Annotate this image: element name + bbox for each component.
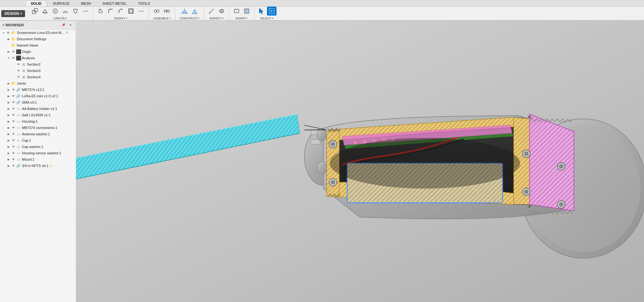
create-loft-btn[interactable] — [71, 7, 80, 16]
housing-visibility-icon[interactable]: 👁 — [11, 119, 16, 124]
root-settings-icon[interactable]: ⚙ — [66, 31, 68, 34]
tree-item-antenna-washer[interactable]: ▶ 👁 ▭ Antenna washer:1 — [0, 131, 76, 137]
root-expand-icon: ▾ — [1, 30, 6, 35]
inspect-interference-btn[interactable] — [217, 7, 226, 16]
insert-icons — [232, 7, 251, 16]
design-button[interactable]: DESIGN ▾ — [1, 10, 25, 17]
cap-visibility-icon[interactable]: 👁 — [11, 138, 16, 143]
create-revolve-btn[interactable] — [50, 7, 60, 16]
tree-root-item[interactable]: ▾ 👁 📁 Snowmonior-Lora-E5-mini-M... ⚙ — [0, 29, 76, 36]
inspect-dropdown-btn[interactable]: INSPECT ▾ — [208, 16, 226, 21]
tree-item-aa-battery[interactable]: ▶ 👁 ▭ AA Battery Holder v1:1 — [0, 106, 76, 112]
mb7374-conn-expand-icon: ▶ — [6, 125, 11, 130]
modify-shell-btn[interactable] — [126, 7, 136, 16]
create-more-btn[interactable] — [81, 7, 90, 16]
analysis-visibility-icon[interactable]: 👁 — [11, 55, 16, 61]
svg-rect-76 — [311, 139, 320, 144]
svg-point-72 — [559, 164, 563, 168]
select-cursor-btn[interactable] — [257, 7, 266, 16]
origin-label: Origin — [22, 50, 31, 54]
antenna-washer-icon: ▭ — [16, 132, 21, 137]
tree-item-analysis[interactable]: ▾ 👁 ⬛ Analysis — [0, 55, 76, 61]
assemble-dropdown-btn[interactable]: ASSEMBLE ▾ — [151, 16, 172, 21]
tab-mesh[interactable]: MESH — [75, 0, 96, 6]
tree-item-origin[interactable]: ▶ 👁 ⬛ Origin — [0, 48, 76, 55]
tab-sheet-metal[interactable]: SHEET METAL — [97, 0, 132, 6]
modify-more-btn[interactable] — [136, 7, 146, 16]
section3-visibility-icon[interactable]: 👁 — [16, 68, 21, 73]
browser-header: « BROWSER 📌 ✕ — [0, 21, 76, 29]
antenna-washer-visibility-icon[interactable]: 👁 — [11, 132, 16, 137]
mb7374-conn-visibility-icon[interactable]: 👁 — [11, 125, 16, 130]
construct-axis-btn[interactable] — [190, 7, 199, 16]
svg-point-10 — [85, 10, 86, 11]
cap-washer-visibility-icon[interactable]: 👁 — [11, 144, 16, 149]
browser-close-btn[interactable]: ✕ — [68, 22, 73, 28]
assemble-rigid-btn[interactable] — [162, 7, 172, 16]
create-sweep-btn[interactable] — [61, 7, 70, 16]
insert-dropdown-btn[interactable]: INSERT ▾ — [234, 16, 250, 21]
tree-item-section2[interactable]: ▶ 👁 ⊞ Section2 — [0, 61, 76, 67]
sma-visibility-icon[interactable]: 👁 — [11, 100, 16, 105]
tab-solid[interactable]: SOLID — [25, 0, 47, 6]
svg-point-15 — [139, 10, 140, 11]
tree-item-lora[interactable]: ▶ 👁 🔗 LoRa-E5 mini v1.0 v2:1 — [0, 93, 76, 99]
section4-visibility-icon[interactable]: 👁 — [16, 74, 21, 80]
select-label: SELECT ▾ — [258, 16, 275, 21]
modify-fillet-btn[interactable] — [106, 7, 115, 16]
create-new-component-btn[interactable] — [30, 7, 40, 16]
saft-visibility-icon[interactable]: 👁 — [11, 112, 16, 118]
npts-visibility-icon[interactable]: 👁 — [11, 163, 16, 168]
tree-item-section3[interactable]: ▶ 👁 ⊞ Section3 — [0, 67, 76, 74]
construct-plane-btn[interactable] — [180, 7, 189, 16]
tree-item-cap[interactable]: ▶ 👁 ▭ Cap:1 — [0, 137, 76, 144]
tree-item-cap-washer[interactable]: ▶ 👁 ▭ Cap washer:1 — [0, 144, 76, 150]
double-arrow-icon: « — [3, 23, 4, 27]
tree-item-saft[interactable]: ▶ 👁 ▭ Saft LS14500 v1:1 — [0, 112, 76, 118]
select-dropdown-btn[interactable]: SELECT ▾ — [258, 16, 275, 21]
housing-sensor-visibility-icon[interactable]: 👁 — [11, 151, 16, 156]
mount-visibility-icon[interactable]: 👁 — [11, 157, 16, 162]
tree-item-mount[interactable]: ▶ 👁 ▭ Mount:1 — [0, 156, 76, 163]
create-extrude-btn[interactable] — [40, 7, 50, 16]
toolbar-group-modify: MODIFY ▾ — [93, 7, 149, 20]
tree-item-doc-settings[interactable]: ▶ 📁 Document Settings — [0, 36, 76, 42]
svg-rect-21 — [164, 10, 166, 12]
svg-rect-22 — [167, 10, 169, 12]
chevron-down-icon: ▾ — [20, 12, 22, 15]
tab-tools[interactable]: TOOLS — [133, 0, 156, 6]
tree-item-mb7374[interactable]: ▶ 👁 🔗 MB7374 v12:1 — [0, 87, 76, 93]
select-box-btn[interactable] — [267, 7, 276, 16]
viewport[interactable] — [76, 21, 644, 302]
section2-visibility-icon[interactable]: 👁 — [16, 62, 21, 67]
aa-battery-expand-icon: ▶ — [6, 106, 11, 111]
insert-decal-btn[interactable] — [232, 7, 241, 16]
assemble-joint-btn[interactable] — [152, 7, 161, 16]
tree-item-named-views[interactable]: ▶ 📁 Named Views — [0, 42, 76, 48]
modify-press-pull-btn[interactable] — [96, 7, 105, 16]
tree-item-npts[interactable]: ▶ 👁 🔗 3/4-in NPTS v6:1 ⚠ — [0, 163, 76, 169]
inspect-measure-btn[interactable] — [207, 7, 216, 16]
browser-pin-btn[interactable]: 📌 — [61, 22, 66, 28]
tab-surface[interactable]: SURFACE — [48, 0, 75, 6]
tree-item-section4[interactable]: ▶ 👁 ⊞ Section4 — [0, 74, 76, 80]
modify-dropdown-btn[interactable]: MODIFY ▾ — [113, 16, 129, 21]
aa-battery-visibility-icon[interactable]: 👁 — [11, 106, 16, 111]
root-visibility-icon[interactable]: 👁 — [6, 30, 11, 35]
modify-chamfer-btn[interactable] — [116, 7, 126, 16]
tree-item-housing-sensor[interactable]: ▶ 👁 ▭ Housing sensor washer:1 — [0, 150, 76, 156]
tree-item-mb7374-conn[interactable]: ▶ 👁 ▭ MB7374 connections:1 — [0, 125, 76, 131]
tree-item-joints[interactable]: ▶ 📁 Joints — [0, 80, 76, 87]
antenna-washer-label: Antenna washer:1 — [22, 132, 50, 136]
insert-canvas-btn[interactable] — [242, 7, 251, 16]
construct-dropdown-btn[interactable]: CONSTRUCT ▾ — [178, 16, 202, 21]
tree-item-sma[interactable]: ▶ 👁 🔗 SMA v3:1 — [0, 99, 76, 106]
lora-visibility-icon[interactable]: 👁 — [11, 93, 16, 99]
mb7374-visibility-icon[interactable]: 👁 — [11, 87, 16, 92]
origin-expand-icon: ▶ — [6, 49, 11, 54]
create-dropdown-btn[interactable]: CREATE ▾ — [52, 16, 69, 21]
tree-item-housing[interactable]: ▶ 👁 ▭ Housing:1 — [0, 118, 76, 125]
origin-visibility-icon[interactable]: 👁 — [11, 49, 16, 54]
toolbar-group-insert: INSERT ▾ — [229, 7, 254, 20]
toolbar-group-select: SELECT ▾ — [254, 7, 279, 20]
